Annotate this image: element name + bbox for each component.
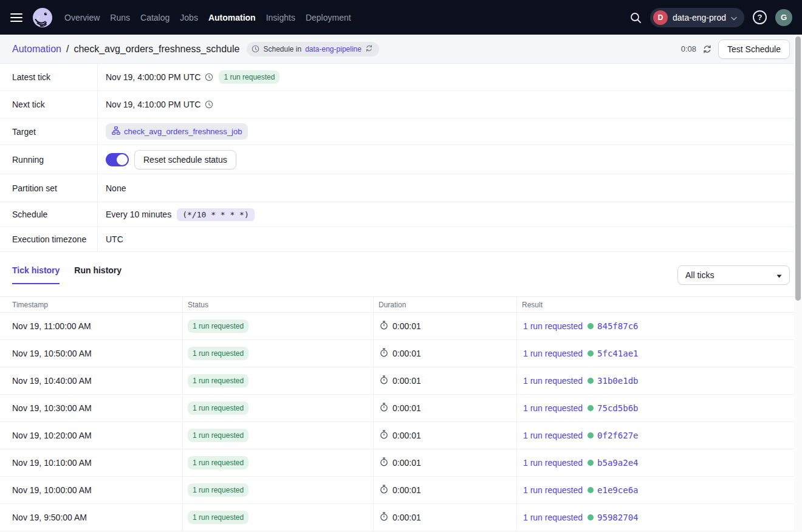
nav-item-runs[interactable]: Runs (110, 13, 130, 22)
deployment-badge: D (653, 10, 668, 25)
dagster-logo-icon[interactable] (32, 7, 53, 29)
toggle-knob (117, 154, 128, 165)
tick-result-link[interactable]: 1 run requested (523, 431, 583, 440)
run-id-link: 75cd5b6b (597, 403, 638, 413)
chevron-down-icon (731, 12, 737, 23)
scrollbar-track[interactable] (794, 35, 802, 532)
help-icon[interactable]: ? (753, 10, 767, 24)
run-status-dot (588, 460, 594, 466)
scrollbar-thumb[interactable] (795, 36, 801, 301)
tick-filter-select[interactable]: All ticks (677, 265, 790, 285)
tick-timestamp: Nov 19, 10:20:00 AM (0, 422, 182, 449)
property-label: Next tick (0, 91, 98, 118)
tick-filter-value: All ticks (685, 270, 714, 280)
target-job-pill[interactable]: check_avg_orders_freshness_job (106, 123, 248, 140)
tick-timestamp: Nov 19, 10:10:00 AM (0, 449, 182, 476)
partition-set-value: None (106, 183, 126, 193)
stopwatch-icon (380, 403, 388, 414)
reset-schedule-status-button[interactable]: Reset schedule status (134, 150, 236, 169)
clock-icon (252, 45, 259, 53)
page-title: check_avg_orders_freshness_schdule (74, 44, 239, 55)
tick-result-link[interactable]: 1 run requested (523, 403, 583, 413)
tick-history-table: Timestamp Status Duration Result Nov 19,… (0, 296, 802, 531)
tick-status-badge: 1 run requested (188, 483, 248, 497)
tick-duration: 0:00:01 (392, 485, 421, 495)
table-row: Nov 19, 10:20:00 AM 1 run requested 0:00… (0, 422, 794, 449)
tick-result-link[interactable]: 1 run requested (523, 376, 583, 386)
run-status-dot (588, 350, 594, 356)
stopwatch-icon (380, 375, 388, 386)
breadcrumb-automation-link[interactable]: Automation (12, 44, 61, 55)
nav-item-insights[interactable]: Insights (266, 13, 295, 22)
property-row-next-tick: Next tick Nov 19, 4:10:00 PM UTC (0, 91, 802, 118)
column-header-duration: Duration (373, 297, 516, 312)
run-chip[interactable]: 5fc41ae1 (588, 349, 638, 358)
clock-icon (205, 100, 213, 109)
run-status-dot (588, 487, 594, 493)
nav-item-catalog[interactable]: Catalog (140, 13, 170, 22)
nav-item-jobs[interactable]: Jobs (180, 13, 198, 22)
table-row: Nov 19, 11:00:00 AM 1 run requested 0:00… (0, 313, 794, 340)
table-row: Nov 19, 10:50:00 AM 1 run requested 0:00… (0, 340, 794, 367)
nav-item-automation[interactable]: Automation (208, 13, 256, 22)
running-toggle[interactable] (106, 153, 129, 166)
stopwatch-icon (380, 485, 388, 496)
job-icon (112, 126, 120, 137)
run-id-link: 31b0e1db (597, 376, 638, 386)
test-schedule-button[interactable]: Test Schedule (718, 39, 790, 59)
run-id-link: 0f2f627e (597, 431, 638, 440)
deployment-switcher[interactable]: D data-eng-prod (650, 8, 744, 27)
menu-icon[interactable] (10, 13, 23, 22)
nav-item-deployment[interactable]: Deployment (306, 13, 351, 22)
tick-result-link[interactable]: 1 run requested (523, 458, 583, 468)
tick-duration: 0:00:01 (392, 321, 421, 331)
stopwatch-icon (380, 457, 388, 468)
tick-result-link[interactable]: 1 run requested (523, 321, 583, 331)
column-header-timestamp: Timestamp (0, 297, 182, 312)
run-id-link: e1e9ce6a (597, 485, 638, 495)
caret-down-icon (776, 270, 782, 280)
context-badge-prefix: Schedule in (263, 45, 301, 53)
search-icon[interactable] (629, 12, 642, 24)
tick-result-link[interactable]: 1 run requested (523, 485, 583, 495)
tick-result-link[interactable]: 1 run requested (523, 349, 583, 358)
page-header: Automation / check_avg_orders_freshness_… (0, 35, 802, 64)
table-row: Nov 19, 10:00:00 AM 1 run requested 0:00… (0, 477, 794, 504)
tick-timestamp: Nov 19, 10:50:00 AM (0, 340, 182, 367)
run-chip[interactable]: b5a9a2e4 (588, 458, 638, 468)
property-row-target: Target check_avg_orders_freshness_job (0, 118, 802, 145)
stopwatch-icon (380, 348, 388, 359)
repo-link[interactable]: data-eng-pipeline (305, 45, 362, 53)
nav-links: Overview Runs Catalog Jobs Automation In… (64, 13, 351, 22)
execution-timezone-value: UTC (106, 234, 123, 244)
tick-status-badge: 1 run requested (188, 347, 248, 360)
nav-item-overview[interactable]: Overview (64, 13, 100, 22)
reload-repo-icon[interactable] (365, 44, 373, 54)
breadcrumb-separator: / (66, 44, 69, 55)
run-status-dot (588, 405, 594, 411)
avatar[interactable]: G (775, 9, 792, 26)
table-row: Nov 19, 10:10:00 AM 1 run requested 0:00… (0, 449, 794, 477)
property-label: Schedule (0, 202, 98, 227)
tick-duration: 0:00:01 (392, 349, 421, 358)
column-header-status: Status (182, 297, 373, 312)
run-status-dot (588, 323, 594, 329)
run-chip[interactable]: e1e9ce6a (588, 485, 638, 495)
top-nav-right: D data-eng-prod ? G (629, 8, 792, 27)
tab-tick-history[interactable]: Tick history (12, 265, 60, 284)
refresh-icon[interactable] (702, 44, 712, 54)
table-header-row: Timestamp Status Duration Result (0, 296, 794, 313)
property-label: Latest tick (0, 64, 98, 90)
run-chip[interactable]: 31b0e1db (588, 376, 638, 386)
tick-timestamp: Nov 19, 10:00:00 AM (0, 477, 182, 503)
property-row-running: Running Reset schedule status (0, 145, 802, 174)
property-row-partition-set: Partition set None (0, 174, 802, 202)
tab-run-history[interactable]: Run history (74, 265, 122, 284)
schedule-properties: Latest tick Nov 19, 4:00:00 PM UTC 1 run… (0, 64, 802, 252)
run-chip[interactable]: 0f2f627e (588, 431, 638, 440)
status-badge: 1 run requested (219, 70, 279, 84)
run-chip[interactable]: 75cd5b6b (588, 403, 638, 413)
run-chip[interactable]: 845f87c6 (588, 321, 638, 331)
run-chip[interactable]: 95982704 (588, 513, 638, 522)
tick-result-link[interactable]: 1 run requested (523, 513, 583, 522)
